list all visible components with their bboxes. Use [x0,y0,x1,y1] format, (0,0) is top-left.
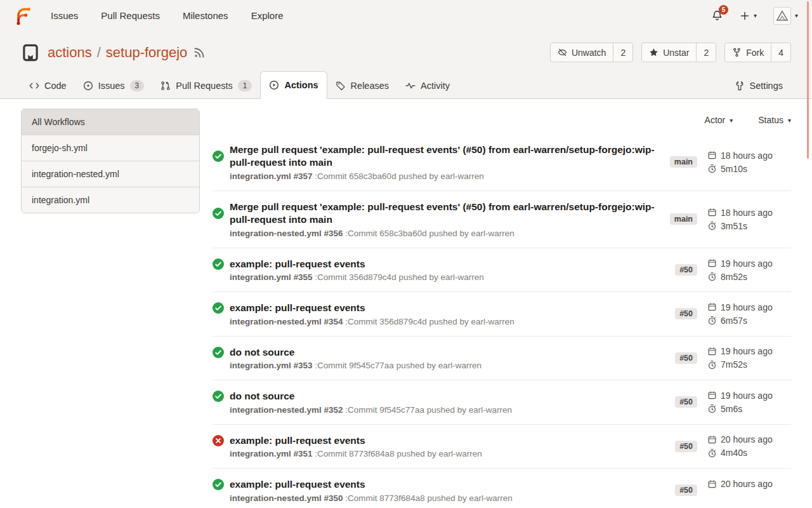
workflow-item[interactable]: forgejo-sh.yml [22,135,199,161]
run-ref-badge[interactable]: #50 [675,264,697,276]
workflow-item[interactable]: integration-nested.yml [22,161,199,187]
run-ref-badge[interactable]: main [670,213,697,225]
repo-action-label: Unstar [663,48,689,58]
repo-action-button[interactable]: Unwatch 2 [550,43,633,62]
run-time: 19 hours ago [707,391,791,401]
tab-label: Actions [284,80,318,90]
tab-settings[interactable]: Settings [726,73,791,98]
forgejo-logo-icon[interactable] [14,6,33,25]
tab-activity[interactable]: Activity [397,73,458,98]
navbar-link[interactable]: Milestones [183,10,228,21]
status-filter-dropdown[interactable]: Status ▾ [758,115,791,125]
run-ref-badge[interactable]: #50 [675,308,697,319]
repo-action-button[interactable]: Unstar 2 [641,43,716,62]
chevron-down-icon: ▾ [730,117,733,124]
run-duration: 7m52s [707,359,791,370]
run-time: 19 hours ago [707,346,791,356]
run-title-link[interactable]: do not source [230,346,294,359]
run-subtitle: integration-nested.yml #352 :Commit 9f54… [230,405,662,415]
run-subtitle: integration-nested.yml #350 :Commit 8773… [230,493,662,503]
run-workflow-link[interactable]: integration-nested.yml #352 [230,405,343,415]
tab-releases[interactable]: Releases [327,73,397,98]
notifications-button[interactable]: 5 [711,10,723,22]
run-ref-badge[interactable]: main [670,156,697,168]
tab-code[interactable]: Code [21,73,75,98]
actor-filter-dropdown[interactable]: Actor ▾ [705,115,733,125]
run-workflow-link[interactable]: integration-nested.yml #356 [230,229,343,238]
run-subtitle: integration.yml #351 :Commit 8773f684a8 … [230,449,662,458]
calendar-icon [707,150,717,160]
run-meta: main 18 hours ago 5m10s [670,150,791,174]
actor-filter-label: Actor [705,115,726,125]
navbar-link[interactable]: Pull Requests [101,10,160,21]
tab-pull-requests[interactable]: Pull Requests 1 [152,73,260,98]
repo-action-count[interactable]: 2 [696,43,716,62]
run-duration: 4m40s [707,448,791,458]
navbar-link[interactable]: Explore [251,10,284,21]
repo-action-count[interactable]: 4 [771,43,790,62]
run-commit-info: :Commit 658c3ba60d pushed by earl-warren [345,229,514,238]
repo-action-label: Fork [746,48,764,58]
plus-icon [740,11,750,21]
create-new-button[interactable]: ▾ [740,11,757,21]
calendar-icon [707,435,717,444]
run-workflow-link[interactable]: integration.yml #355 [230,272,313,282]
repo-name-link[interactable]: setup-forgejo [106,44,187,61]
run-title-link[interactable]: example: pull-request events [230,478,365,491]
run-ref-badge[interactable]: #50 [675,441,697,452]
navbar-link[interactable]: Issues [51,10,78,21]
run-subtitle: integration.yml #355 :Commit 356d879c4d … [230,272,662,282]
tab-label: Issues [98,81,125,91]
repo-action-main[interactable]: Fork [725,43,771,62]
run-title-link[interactable]: example: pull-request events [230,434,365,447]
run-row: example: pull-request events integration… [213,291,791,335]
failure-x-icon [213,435,224,446]
run-workflow-link[interactable]: integration-nested.yml #354 [230,317,343,326]
run-meta: #50 20 hours ago [675,479,791,502]
calendar-icon [707,302,717,312]
tab-issues[interactable]: Issues 3 [75,73,153,98]
run-title-link[interactable]: example: pull-request events [230,302,365,314]
star-icon [649,48,658,57]
run-title-link[interactable]: Merge pull request 'example: pull-reques… [230,144,657,170]
run-workflow-link[interactable]: integration.yml #357 [230,171,313,181]
workflow-item[interactable]: integration.yml [22,187,199,213]
run-commit-info: :Commit 356d879c4d pushed by earl-warren [315,272,483,282]
run-workflow-link[interactable]: integration-nested.yml #350 [230,493,343,503]
run-ref-badge[interactable]: #50 [675,485,697,496]
user-menu-button[interactable]: ▾ [773,7,798,25]
run-workflow-link[interactable]: integration.yml #351 [230,449,313,458]
runs-panel: Actor ▾ Status ▾ Merge pull request 'exa… [213,109,791,508]
run-subtitle: integration.yml #353 :Commit 9f545c77aa … [230,361,662,370]
run-title-link[interactable]: do not source [230,390,294,403]
repo-action-buttons: Unwatch 2 Unstar 2 Fork 4 [550,43,791,62]
run-filters: Actor ▾ Status ▾ [213,109,791,134]
success-check-icon [213,258,224,270]
run-workflow-link[interactable]: integration.yml #353 [230,361,313,370]
navbar-links: IssuesPull RequestsMilestonesExplore [51,10,283,21]
repo-action-main[interactable]: Unwatch [551,43,613,62]
repo-action-button[interactable]: Fork 4 [724,43,791,62]
run-ref-badge[interactable]: #50 [675,396,697,408]
rss-feed-icon[interactable] [193,46,206,58]
repo-action-count[interactable]: 2 [613,43,632,62]
repo-action-main[interactable]: Unstar [642,43,696,62]
run-subtitle: integration.yml #357 :Commit 658c3ba60d … [230,171,657,181]
vertical-scrollbar[interactable] [807,1,809,159]
run-title-link[interactable]: example: pull-request events [230,258,365,271]
success-check-icon [213,302,224,314]
repo-owner-link[interactable]: actions [48,44,92,61]
run-commit-info: :Commit 9f545c77aa pushed by earl-warren [315,361,481,370]
activity-icon [405,81,416,91]
run-ref-badge[interactable]: #50 [675,352,697,364]
tab-count-badge: 1 [238,80,252,91]
workflow-item[interactable]: All Workflows [22,109,199,135]
tab-actions[interactable]: Actions [260,71,327,99]
run-commit-info: :Commit 8773f684a8 pushed by earl-warren [315,449,481,458]
run-title-link[interactable]: Merge pull request 'example: pull-reques… [230,201,657,227]
tab-label: Pull Requests [176,81,232,91]
repo-action-label: Unwatch [572,48,606,58]
run-time: 20 hours ago [707,479,791,489]
notification-count-badge: 5 [719,5,728,15]
pull-request-icon [160,81,171,91]
